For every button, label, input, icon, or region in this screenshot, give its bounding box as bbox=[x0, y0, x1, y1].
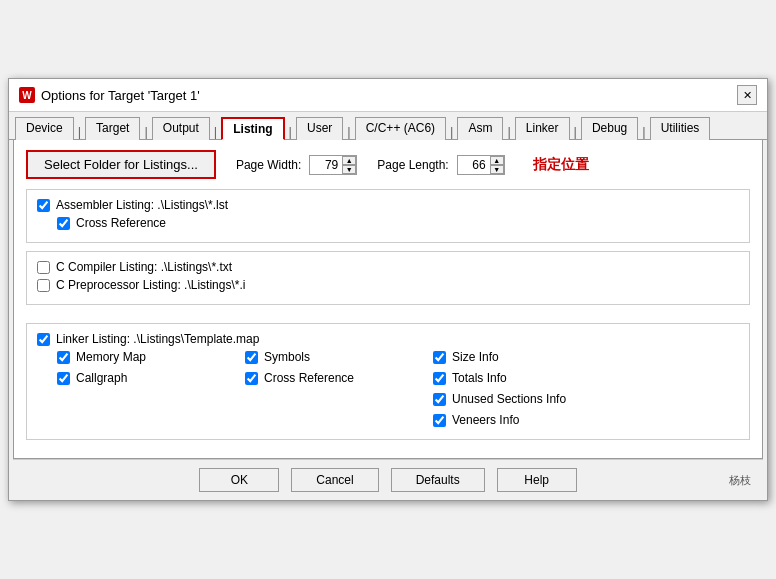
page-width-label: Page Width: bbox=[236, 158, 301, 172]
tab-utilities[interactable]: Utilities bbox=[650, 117, 711, 140]
callgraph-row: Callgraph bbox=[57, 371, 237, 385]
assembler-section: Assembler Listing: .\Listings\*.lst Cros… bbox=[26, 189, 750, 243]
linker-section: Linker Listing: .\Listings\Template.map … bbox=[26, 323, 750, 440]
annotation-text: 指定位置 bbox=[533, 156, 589, 174]
linker-cross-ref-checkbox[interactable] bbox=[245, 372, 258, 385]
unused-sections-row: Unused Sections Info bbox=[433, 392, 613, 406]
page-width-up[interactable]: ▲ bbox=[342, 156, 356, 165]
dialog: W Options for Target 'Target 1' ✕ Device… bbox=[8, 78, 768, 501]
cross-ref-row: Cross Reference bbox=[57, 216, 739, 230]
assembler-listing-row: Assembler Listing: .\Listings\*.lst bbox=[37, 198, 739, 212]
tab-listing[interactable]: Listing bbox=[221, 117, 284, 140]
veneers-info-row: Veneers Info bbox=[433, 413, 613, 427]
page-width-down[interactable]: ▼ bbox=[342, 165, 356, 174]
assembler-cross-ref-checkbox[interactable] bbox=[57, 217, 70, 230]
linker-options-grid: Memory Map Symbols Size Info Callgraph C… bbox=[57, 350, 739, 431]
tab-target[interactable]: Target bbox=[85, 117, 140, 140]
defaults-button[interactable]: Defaults bbox=[391, 468, 485, 492]
size-info-row: Size Info bbox=[433, 350, 613, 364]
symbols-label: Symbols bbox=[264, 350, 310, 364]
size-info-label: Size Info bbox=[452, 350, 499, 364]
totals-info-checkbox[interactable] bbox=[433, 372, 446, 385]
page-length-spinner-buttons: ▲ ▼ bbox=[490, 156, 504, 174]
tab-output[interactable]: Output bbox=[152, 117, 210, 140]
veneers-info-label: Veneers Info bbox=[452, 413, 519, 427]
page-width-group: Page Width: ▲ ▼ bbox=[236, 155, 357, 175]
totals-info-row: Totals Info bbox=[433, 371, 613, 385]
page-width-spinner: ▲ ▼ bbox=[309, 155, 357, 175]
callgraph-label: Callgraph bbox=[76, 371, 127, 385]
size-info-checkbox[interactable] bbox=[433, 351, 446, 364]
c-preprocessor-checkbox[interactable] bbox=[37, 279, 50, 292]
assembler-listing-label: Assembler Listing: .\Listings\*.lst bbox=[56, 198, 228, 212]
page-length-up[interactable]: ▲ bbox=[490, 156, 504, 165]
tab-user[interactable]: User bbox=[296, 117, 343, 140]
footer: OK Cancel Defaults Help 杨枝 bbox=[13, 459, 763, 500]
linker-listing-checkbox[interactable] bbox=[37, 333, 50, 346]
assembler-cross-ref-label: Cross Reference bbox=[76, 216, 166, 230]
veneers-info-checkbox[interactable] bbox=[433, 414, 446, 427]
linker-listing-row: Linker Listing: .\Listings\Template.map bbox=[37, 332, 739, 346]
page-length-label: Page Length: bbox=[377, 158, 448, 172]
linker-listing-label: Linker Listing: .\Listings\Template.map bbox=[56, 332, 259, 346]
unused-sections-checkbox[interactable] bbox=[433, 393, 446, 406]
c-compiler-label: C Compiler Listing: .\Listings\*.txt bbox=[56, 260, 232, 274]
c-preprocessor-label: C Preprocessor Listing: .\Listings\*.i bbox=[56, 278, 245, 292]
close-button[interactable]: ✕ bbox=[737, 85, 757, 105]
tab-asm[interactable]: Asm bbox=[457, 117, 503, 140]
cancel-button[interactable]: Cancel bbox=[291, 468, 378, 492]
page-width-spinner-buttons: ▲ ▼ bbox=[342, 156, 356, 174]
symbols-checkbox[interactable] bbox=[245, 351, 258, 364]
app-icon: W bbox=[19, 87, 35, 103]
page-width-input[interactable] bbox=[310, 157, 342, 173]
tab-device[interactable]: Device bbox=[15, 117, 74, 140]
close-icon: ✕ bbox=[743, 89, 752, 102]
page-length-down[interactable]: ▼ bbox=[490, 165, 504, 174]
dialog-title: Options for Target 'Target 1' bbox=[41, 88, 200, 103]
help-button[interactable]: Help bbox=[497, 468, 577, 492]
footer-hint: 杨枝 bbox=[729, 473, 751, 488]
select-folder-button[interactable]: Select Folder for Listings... bbox=[26, 150, 216, 179]
tab-cpp[interactable]: C/C++ (AC6) bbox=[355, 117, 446, 140]
ok-button[interactable]: OK bbox=[199, 468, 279, 492]
memory-map-label: Memory Map bbox=[76, 350, 146, 364]
toolbar-row: Select Folder for Listings... Page Width… bbox=[26, 150, 750, 179]
memory-map-row: Memory Map bbox=[57, 350, 237, 364]
page-length-input[interactable] bbox=[458, 157, 490, 173]
tab-debug[interactable]: Debug bbox=[581, 117, 638, 140]
c-compiler-checkbox[interactable] bbox=[37, 261, 50, 274]
tab-linker[interactable]: Linker bbox=[515, 117, 570, 140]
callgraph-checkbox[interactable] bbox=[57, 372, 70, 385]
compiler-section: C Compiler Listing: .\Listings\*.txt C P… bbox=[26, 251, 750, 305]
c-compiler-row: C Compiler Listing: .\Listings\*.txt bbox=[37, 260, 739, 274]
linker-cross-ref-label: Cross Reference bbox=[264, 371, 354, 385]
memory-map-checkbox[interactable] bbox=[57, 351, 70, 364]
spacer bbox=[26, 313, 750, 323]
assembler-listing-checkbox[interactable] bbox=[37, 199, 50, 212]
unused-sections-label: Unused Sections Info bbox=[452, 392, 566, 406]
page-length-group: Page Length: ▲ ▼ bbox=[377, 155, 504, 175]
title-bar-left: W Options for Target 'Target 1' bbox=[19, 87, 200, 103]
main-content: Select Folder for Listings... Page Width… bbox=[13, 140, 763, 459]
totals-info-label: Totals Info bbox=[452, 371, 507, 385]
linker-cross-ref-row: Cross Reference bbox=[245, 371, 425, 385]
c-preprocessor-row: C Preprocessor Listing: .\Listings\*.i bbox=[37, 278, 739, 292]
page-length-spinner: ▲ ▼ bbox=[457, 155, 505, 175]
title-bar: W Options for Target 'Target 1' ✕ bbox=[9, 79, 767, 112]
symbols-row: Symbols bbox=[245, 350, 425, 364]
tab-bar: Device | Target | Output | Listing | Use… bbox=[9, 112, 767, 140]
